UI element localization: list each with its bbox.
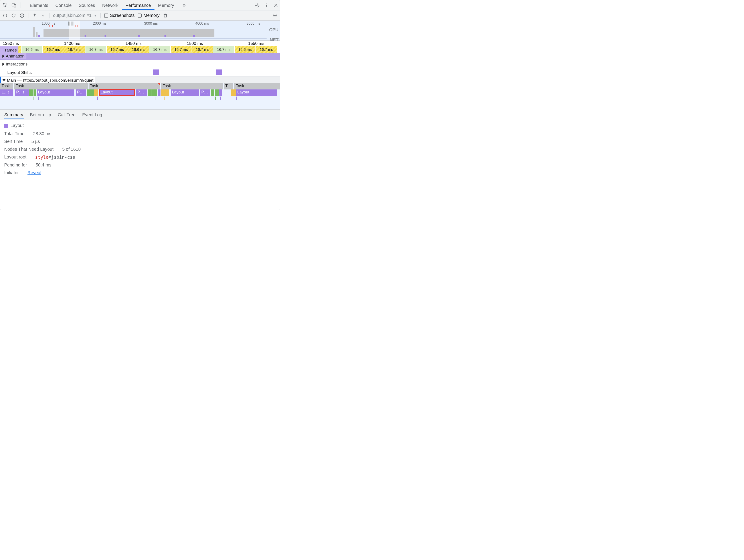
summary-key: Nodes That Need Layout	[4, 147, 53, 152]
details-tab-call-tree[interactable]: Call Tree	[57, 110, 76, 119]
task-event[interactable]: Task	[88, 83, 159, 89]
flame-event[interactable]: P…	[136, 89, 147, 96]
settings-gear-icon[interactable]	[255, 3, 260, 8]
flame-event[interactable]	[34, 89, 36, 96]
details-tab-summary[interactable]: Summary	[4, 110, 24, 119]
flame-event[interactable]	[29, 89, 33, 96]
details-tab-event-log[interactable]: Event Log	[82, 110, 103, 119]
record-icon[interactable]	[2, 13, 8, 18]
frame-cell[interactable]: 16.7 ms	[256, 46, 277, 53]
reload-record-icon[interactable]	[11, 13, 16, 18]
task-event[interactable]: Task	[0, 83, 13, 89]
animation-track[interactable]: Animation	[0, 53, 280, 60]
detail-tick: 1500 ms	[187, 41, 203, 46]
device-toggle-icon[interactable]	[11, 3, 16, 8]
frame-cell[interactable]: 16.7 ms	[192, 46, 213, 53]
task-event[interactable]: Task	[235, 83, 277, 89]
tab-performance[interactable]: Performance	[122, 1, 155, 10]
svg-point-6	[266, 6, 267, 7]
flame-event[interactable]: Layout	[171, 89, 199, 96]
detail-tick: 1450 ms	[125, 41, 142, 46]
flame-event[interactable]: P…	[76, 89, 86, 96]
flame-event[interactable]: L…t	[0, 89, 13, 96]
flame-event[interactable]: Layout	[37, 89, 74, 96]
close-devtools-icon[interactable]	[273, 3, 278, 8]
interactions-track[interactable]: Interactions	[0, 60, 280, 68]
flame-chart-area: 1350 ms1400 ms1450 ms1500 ms1550 ms Fram…	[0, 41, 280, 110]
inspect-element-icon[interactable]	[2, 3, 8, 8]
checkbox-box-icon	[138, 13, 142, 17]
tab-console[interactable]: Console	[52, 1, 75, 10]
summary-key: Self Time	[4, 139, 23, 144]
flame-event[interactable]	[91, 89, 94, 96]
download-profile-icon[interactable]	[40, 13, 46, 18]
svg-point-9	[274, 15, 276, 16]
task-row[interactable]: Task Task Task Task T… Task	[0, 83, 280, 89]
flame-event[interactable]	[211, 89, 214, 96]
overview-selection-window[interactable]	[69, 21, 80, 40]
flame-event[interactable]	[161, 89, 170, 96]
frame-cell[interactable]: 16.7 ms	[171, 46, 191, 53]
flame-event[interactable]	[94, 89, 98, 96]
tabs-overflow-icon[interactable]: »	[182, 3, 187, 8]
frame-cell[interactable]: 16.6 ms	[22, 46, 42, 53]
flame-event[interactable]	[215, 89, 219, 96]
detail-tick: 1400 ms	[64, 41, 80, 46]
detail-time-ruler[interactable]: 1350 ms1400 ms1450 ms1500 ms1550 ms	[0, 41, 280, 46]
chevron-down-icon: ▼	[94, 14, 97, 17]
frames-cells: ms16.6 ms16.7 ms16.7 ms16.7 ms16.7 ms16.…	[0, 46, 277, 53]
tab-sources[interactable]: Sources	[75, 1, 99, 10]
frame-cell[interactable]: 16.6 ms	[128, 46, 149, 53]
overview-tick: 3000 ms	[144, 22, 158, 26]
frame-cell[interactable]: 16.7 ms	[64, 46, 85, 53]
tab-memory[interactable]: Memory	[154, 1, 178, 10]
expand-icon[interactable]	[2, 63, 4, 66]
layout-shift-event[interactable]	[216, 70, 222, 75]
flame-event-selected[interactable]: Layout	[99, 89, 135, 96]
task-event[interactable]: Task	[14, 83, 88, 89]
event-color-swatch	[4, 124, 8, 127]
task-event[interactable]: T…	[224, 83, 233, 89]
flame-event[interactable]	[158, 89, 160, 96]
frame-cell[interactable]: 16.7 ms	[149, 46, 170, 53]
memory-checkbox[interactable]: Memory	[138, 13, 159, 18]
details-tab-bottom-up[interactable]: Bottom-Up	[30, 110, 52, 119]
flame-event[interactable]	[231, 89, 234, 96]
flame-event[interactable]	[148, 89, 152, 96]
collapse-icon[interactable]	[2, 79, 5, 81]
clear-icon[interactable]	[19, 13, 25, 18]
flame-event[interactable]: P…	[200, 89, 210, 96]
flame-event[interactable]: P…t	[15, 89, 29, 96]
frame-cell[interactable]: 16.7 ms	[85, 46, 106, 53]
frames-track[interactable]: Frames ms16.6 ms16.7 ms16.7 ms16.7 ms16.…	[0, 46, 280, 53]
detail-tick: 1550 ms	[248, 41, 264, 46]
reveal-link[interactable]: Reveal	[28, 170, 41, 175]
flame-event[interactable]	[152, 89, 157, 96]
frame-cell[interactable]: 16.6 ms	[235, 46, 256, 53]
kebab-menu-icon[interactable]	[264, 3, 269, 8]
frame-cell[interactable]: 16.7 ms	[213, 46, 234, 53]
trash-icon[interactable]	[163, 13, 168, 18]
flame-sub-row[interactable]: L…t P…t Layout P… Layout P… Layout P…	[0, 89, 280, 96]
overview-minimap[interactable]: 1000 ms2000 ms3000 ms4000 ms5000 ms CPU …	[0, 21, 280, 41]
layout-shift-event[interactable]	[153, 70, 159, 75]
flame-micro-row	[0, 96, 280, 109]
overview-tick: 4000 ms	[195, 22, 209, 26]
memory-label: Memory	[143, 13, 159, 18]
upload-profile-icon[interactable]	[32, 13, 37, 18]
flame-event[interactable]	[219, 89, 222, 96]
task-event[interactable]: Task	[161, 83, 223, 89]
tab-network[interactable]: Network	[99, 1, 122, 10]
main-track-header[interactable]: Main — https://output.jsbin.com/elisum/9…	[0, 77, 280, 83]
recording-select[interactable]: output.jsbin.com #1 ▼	[53, 13, 97, 18]
flame-event[interactable]: Layout	[236, 89, 277, 96]
tab-elements[interactable]: Elements	[26, 1, 52, 10]
flame-event[interactable]	[87, 89, 91, 96]
svg-point-4	[266, 3, 267, 4]
frame-cell[interactable]: 16.7 ms	[107, 46, 127, 53]
screenshots-checkbox[interactable]: Screenshots	[104, 13, 135, 18]
capture-settings-gear-icon[interactable]	[272, 13, 278, 18]
layout-shifts-track[interactable]: Layout Shifts	[0, 68, 280, 77]
expand-icon[interactable]	[2, 54, 4, 58]
frame-cell[interactable]: 16.7 ms	[43, 46, 64, 53]
